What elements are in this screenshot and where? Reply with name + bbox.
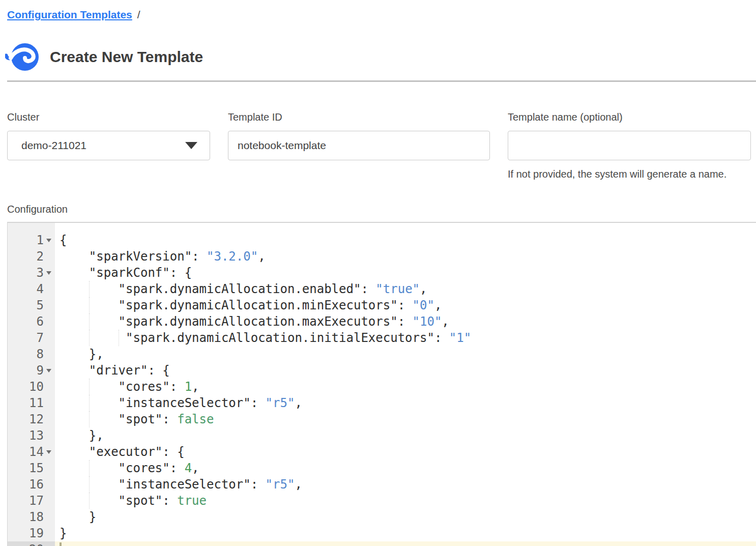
- token-plain: "spark.dynamicAllocation.minExecutors":: [60, 298, 413, 312]
- fold-spacer: [44, 541, 53, 546]
- editor-code-area[interactable]: { "sparkVersion": "3.2.0", "sparkConf": …: [55, 223, 756, 546]
- code-line-11[interactable]: "instanceSelector": "r5",: [55, 395, 756, 411]
- line-number: 12: [29, 411, 44, 427]
- indent-guide: [119, 330, 119, 346]
- token-string: "1": [449, 331, 471, 345]
- line-number: 15: [29, 460, 44, 476]
- token-plain: "sparkConf": {: [60, 266, 192, 280]
- code-line-12[interactable]: "spot": false: [55, 411, 756, 427]
- token-plain: ,: [420, 282, 427, 296]
- cluster-select[interactable]: demo-211021: [7, 131, 210, 160]
- gutter-line-8: 8: [8, 346, 55, 362]
- code-line-15[interactable]: "cores": 4,: [55, 460, 756, 476]
- line-number: 8: [37, 346, 44, 362]
- fold-arrow-icon[interactable]: [44, 444, 53, 460]
- token-plain: "cores":: [60, 461, 185, 475]
- code-line-16[interactable]: "instanceSelector": "r5",: [55, 476, 756, 493]
- line-number: 5: [37, 297, 44, 313]
- token-plain: ,: [192, 461, 199, 475]
- line-number: 17: [29, 493, 44, 509]
- breadcrumb-link-configuration-templates[interactable]: Configuration Templates: [7, 9, 132, 20]
- fold-arrow-icon[interactable]: [44, 232, 53, 248]
- token-plain: ,: [192, 380, 199, 394]
- token-plain: "spark.dynamicAllocation.enabled":: [60, 282, 375, 296]
- token-boolean: true: [177, 494, 207, 508]
- fold-spacer: [44, 411, 53, 427]
- line-number: 19: [29, 525, 44, 541]
- gutter-line-5: 5: [8, 297, 55, 313]
- gutter-line-7: 7: [8, 330, 55, 346]
- fold-spacer: [44, 460, 53, 476]
- fold-spacer: [44, 330, 53, 346]
- token-plain: {: [60, 233, 67, 247]
- page-header: Create New Template: [5, 42, 203, 72]
- gutter-line-19: 19: [8, 525, 55, 541]
- token-string: "r5": [266, 477, 295, 492]
- indent-guide: [89, 395, 90, 411]
- fold-spacer: [44, 493, 53, 509]
- template-name-input[interactable]: [508, 131, 751, 160]
- token-plain: "spot":: [60, 412, 177, 426]
- code-line-14[interactable]: "executor": {: [55, 444, 756, 460]
- chevron-down-icon: [185, 142, 197, 149]
- fold-spacer: [44, 313, 53, 330]
- gutter-line-9: 9: [8, 362, 55, 379]
- code-line-10[interactable]: "cores": 1,: [55, 379, 756, 395]
- code-line-9[interactable]: "driver": {: [55, 362, 756, 379]
- line-number: 2: [37, 248, 44, 265]
- line-number: 3: [37, 265, 44, 281]
- code-line-3[interactable]: "sparkConf": {: [55, 265, 756, 281]
- page-title: Create New Template: [50, 48, 203, 66]
- code-line-13[interactable]: },: [55, 427, 756, 444]
- gutter-line-2: 2: [8, 248, 55, 265]
- gutter-line-12: 12: [8, 411, 55, 427]
- code-line-8[interactable]: },: [55, 346, 756, 362]
- code-line-4[interactable]: "spark.dynamicAllocation.enabled": "true…: [55, 281, 756, 297]
- cluster-field: Cluster demo-211021: [7, 111, 210, 160]
- code-line-17[interactable]: "spot": true: [55, 493, 756, 509]
- token-string: "10": [413, 314, 442, 329]
- fold-spacer: [44, 525, 53, 541]
- gutter-line-17: 17: [8, 493, 55, 509]
- fold-spacer: [44, 395, 53, 411]
- breadcrumb: Configuration Templates/: [7, 7, 140, 22]
- fold-spacer: [44, 476, 53, 493]
- fold-arrow-icon[interactable]: [44, 265, 53, 281]
- line-number: 4: [37, 281, 44, 297]
- token-plain: "instanceSelector":: [60, 477, 266, 492]
- line-number: 18: [29, 509, 44, 525]
- code-line-2[interactable]: "sparkVersion": "3.2.0",: [55, 248, 756, 265]
- token-string: "true": [375, 282, 420, 296]
- indent-guide: [89, 476, 90, 493]
- token-plain: ,: [434, 298, 442, 312]
- token-string: "r5": [266, 396, 295, 410]
- line-number: 6: [37, 313, 44, 330]
- token-plain: "sparkVersion":: [60, 249, 207, 264]
- token-plain: ,: [295, 477, 302, 492]
- token-number: 4: [185, 461, 192, 475]
- token-plain: },: [60, 428, 104, 443]
- gutter-line-14: 14: [8, 444, 55, 460]
- template-id-input[interactable]: [228, 131, 490, 160]
- fold-arrow-icon[interactable]: [44, 362, 53, 379]
- fold-spacer: [44, 248, 53, 265]
- token-boolean: false: [177, 412, 214, 426]
- code-line-18[interactable]: }: [55, 509, 756, 525]
- code-line-7[interactable]: "spark.dynamicAllocation.initialExecutor…: [55, 330, 756, 346]
- token-plain: "cores":: [60, 380, 185, 394]
- code-line-1[interactable]: {: [55, 232, 756, 248]
- code-line-20[interactable]: [55, 541, 756, 546]
- token-plain: }: [60, 526, 67, 540]
- indent-guide: [89, 313, 90, 330]
- token-plain: ,: [442, 314, 449, 329]
- code-line-19[interactable]: }: [55, 525, 756, 541]
- line-number: 9: [37, 362, 44, 379]
- code-line-5[interactable]: "spark.dynamicAllocation.minExecutors": …: [55, 297, 756, 313]
- fold-spacer: [44, 297, 53, 313]
- header-divider: [7, 80, 756, 82]
- code-line-6[interactable]: "spark.dynamicAllocation.maxExecutors": …: [55, 313, 756, 330]
- fold-spacer: [44, 427, 53, 444]
- fold-spacer: [44, 281, 53, 297]
- configuration-code-editor[interactable]: 1234567891011121314151617181920 { "spark…: [7, 222, 756, 546]
- token-plain: ,: [295, 396, 302, 410]
